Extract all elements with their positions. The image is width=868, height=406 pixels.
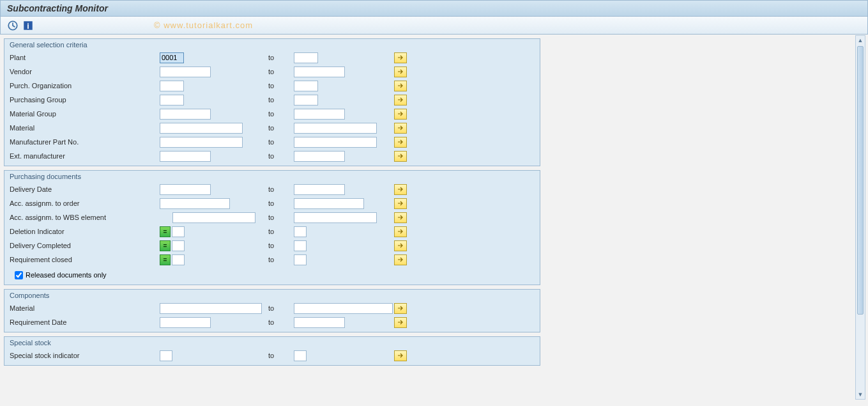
input-delivery-completed-to[interactable] (294, 240, 307, 251)
scrollbar-vertical[interactable]: ▲ ▼ (855, 35, 865, 400)
multiselect-deletion-icon[interactable] (394, 226, 407, 237)
label-purch-org: Purch. Organization (10, 82, 160, 90)
group-title-general: General selection criteria (4, 39, 540, 51)
label-released-only: Released documents only (26, 271, 107, 279)
scroll-up-icon[interactable]: ▲ (856, 36, 865, 45)
input-acc-order-to[interactable] (294, 198, 364, 209)
label-acc-wbs: Acc. assignm. to WBS element (10, 214, 172, 221)
multiselect-req-date-icon[interactable] (394, 317, 407, 328)
group-special-stock: Special stock Special stock indicator to (4, 336, 540, 366)
multiselect-material-icon[interactable] (394, 123, 407, 134)
input-acc-order-from[interactable] (160, 198, 230, 209)
input-deletion-from[interactable] (172, 226, 185, 237)
info-icon[interactable]: i (22, 20, 34, 31)
label-delivery-date: Delivery Date (10, 185, 160, 193)
input-plant-to[interactable] (294, 52, 318, 63)
row-material: Material to (4, 121, 540, 135)
label-req-date: Requirement Date (10, 318, 160, 326)
selopt-delivery-completed-icon[interactable]: = (160, 240, 171, 251)
input-purch-group-from[interactable] (160, 95, 184, 105)
input-req-closed-from[interactable] (172, 254, 185, 265)
label-mfr-part: Manufacturer Part No. (10, 138, 160, 146)
row-delivery-date: Delivery Date to (4, 182, 540, 196)
multiselect-comp-material-icon[interactable] (394, 303, 407, 314)
multiselect-acc-order-icon[interactable] (394, 198, 407, 209)
group-purchasing: Purchasing documents Delivery Date to Ac… (4, 170, 540, 285)
label-material: Material (10, 124, 160, 132)
checkbox-released-only[interactable] (15, 271, 23, 279)
multiselect-delivery-completed-icon[interactable] (394, 240, 407, 251)
input-delivery-date-from[interactable] (160, 184, 211, 195)
group-title-purchasing: Purchasing documents (4, 171, 540, 182)
input-special-indicator-from[interactable] (160, 350, 172, 361)
toolbar: i © www.tutorialkart.com (0, 17, 868, 35)
input-mfr-part-to[interactable] (294, 137, 377, 148)
multiselect-vendor-icon[interactable] (394, 66, 407, 77)
label-delivery-completed: Delivery Completed (10, 242, 160, 249)
content-area: General selection criteria Plant to Vend… (0, 35, 868, 405)
multiselect-special-indicator-icon[interactable] (394, 350, 407, 361)
label-comp-material: Material (10, 304, 160, 312)
group-components: Components Material to Requirement Date … (4, 289, 540, 332)
multiselect-acc-wbs-icon[interactable] (394, 212, 407, 223)
input-vendor-from[interactable] (160, 66, 211, 77)
input-acc-wbs-to[interactable] (294, 212, 377, 223)
svg-text:i: i (27, 21, 29, 30)
row-req-date: Requirement Date to (4, 315, 540, 329)
row-released-only: Released documents only (4, 268, 540, 282)
input-comp-material-to[interactable] (294, 303, 393, 314)
input-plant-from[interactable] (160, 52, 184, 63)
multiselect-delivery-date-icon[interactable] (394, 184, 407, 195)
input-special-indicator-to[interactable] (294, 350, 307, 361)
label-special-indicator: Special stock indicator (10, 352, 160, 359)
input-acc-wbs-from[interactable] (172, 212, 255, 223)
group-title-components: Components (4, 290, 540, 301)
label-ext-mfr: Ext. manufacturer (10, 152, 160, 160)
input-mat-group-to[interactable] (294, 109, 345, 120)
input-purch-group-to[interactable] (294, 95, 318, 105)
label-req-closed: Requirement closed (10, 256, 160, 263)
multiselect-mat-group-icon[interactable] (394, 109, 407, 120)
input-mat-group-from[interactable] (160, 109, 211, 120)
multiselect-ext-mfr-icon[interactable] (394, 151, 407, 162)
row-deletion: Deletion Indicator = to (4, 224, 540, 238)
multiselect-mfr-part-icon[interactable] (394, 137, 407, 148)
selopt-req-closed-icon[interactable]: = (160, 254, 171, 265)
input-deletion-to[interactable] (294, 226, 307, 237)
input-purch-org-from[interactable] (160, 81, 184, 91)
execute-icon[interactable] (7, 20, 19, 31)
input-material-to[interactable] (294, 123, 377, 134)
row-comp-material: Material to (4, 301, 540, 315)
multiselect-purch-org-icon[interactable] (394, 81, 407, 91)
scroll-thumb[interactable] (857, 46, 864, 315)
input-ext-mfr-from[interactable] (160, 151, 211, 162)
group-title-special: Special stock (4, 337, 540, 348)
selopt-deletion-icon[interactable]: = (160, 226, 171, 237)
input-mfr-part-from[interactable] (160, 137, 243, 148)
title-bar: Subcontracting Monitor (0, 0, 868, 17)
scroll-down-icon[interactable]: ▼ (856, 390, 865, 399)
to-label: to (268, 54, 294, 61)
input-vendor-to[interactable] (294, 66, 345, 77)
input-req-date-from[interactable] (160, 317, 211, 328)
row-delivery-completed: Delivery Completed = to (4, 238, 540, 253)
input-req-date-to[interactable] (294, 317, 345, 328)
label-plant: Plant (10, 54, 160, 61)
input-comp-material-from[interactable] (160, 303, 262, 314)
input-ext-mfr-to[interactable] (294, 151, 345, 162)
multiselect-req-closed-icon[interactable] (394, 254, 407, 265)
input-delivery-completed-from[interactable] (172, 240, 185, 251)
input-req-closed-to[interactable] (294, 254, 307, 265)
multiselect-purch-group-icon[interactable] (394, 95, 407, 105)
page-title: Subcontracting Monitor (7, 3, 108, 13)
label-purch-group: Purchasing Group (10, 96, 160, 104)
row-req-closed: Requirement closed = to (4, 253, 540, 267)
multiselect-plant-icon[interactable] (394, 52, 407, 63)
row-special-indicator: Special stock indicator to (4, 348, 540, 363)
label-deletion: Deletion Indicator (10, 228, 160, 235)
row-vendor: Vendor to (4, 65, 540, 79)
input-material-from[interactable] (160, 123, 243, 134)
input-purch-org-to[interactable] (294, 81, 318, 91)
group-general: General selection criteria Plant to Vend… (4, 38, 540, 166)
input-delivery-date-to[interactable] (294, 184, 345, 195)
